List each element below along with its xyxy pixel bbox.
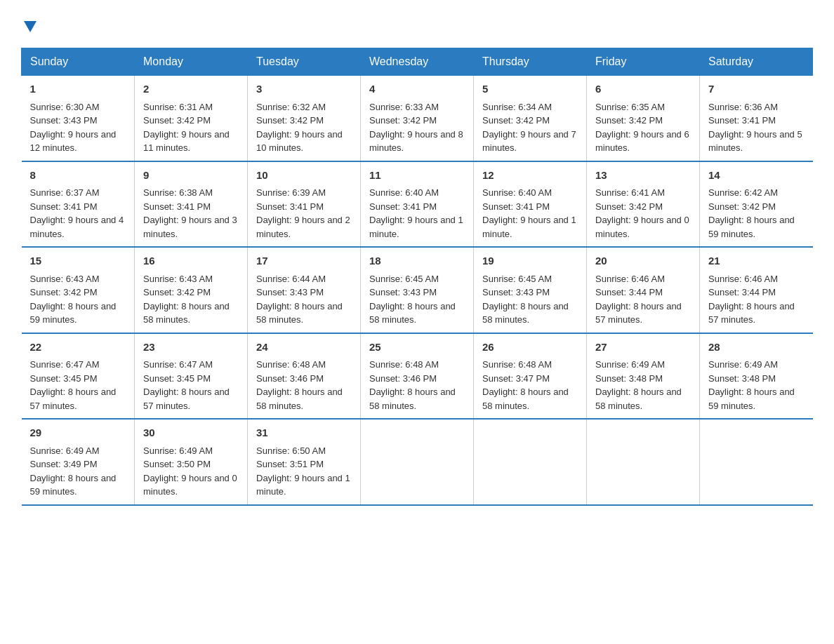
- calendar-cell-4-7: 28Sunrise: 6:49 AMSunset: 3:48 PMDayligh…: [700, 333, 813, 420]
- day-info: Sunrise: 6:45 AMSunset: 3:43 PMDaylight:…: [482, 272, 578, 327]
- day-number: 26: [482, 340, 578, 356]
- day-number: 20: [595, 253, 691, 269]
- day-info: Sunrise: 6:36 AMSunset: 3:41 PMDaylight:…: [708, 100, 805, 155]
- calendar-cell-2-6: 13Sunrise: 6:41 AMSunset: 3:42 PMDayligh…: [587, 161, 700, 248]
- day-info: Sunrise: 6:46 AMSunset: 3:44 PMDaylight:…: [595, 272, 691, 327]
- day-number: 21: [708, 253, 805, 269]
- day-info: Sunrise: 6:48 AMSunset: 3:46 PMDaylight:…: [256, 358, 352, 412]
- day-number: 5: [482, 81, 578, 98]
- page-header: [21, 21, 813, 34]
- day-info: Sunrise: 6:49 AMSunset: 3:49 PMDaylight:…: [30, 444, 126, 499]
- day-info: Sunrise: 6:38 AMSunset: 3:41 PMDaylight:…: [143, 186, 239, 241]
- calendar-cell-3-7: 21Sunrise: 6:46 AMSunset: 3:44 PMDayligh…: [700, 247, 813, 333]
- day-number: 4: [369, 81, 465, 98]
- day-number: 23: [143, 340, 239, 356]
- calendar-cell-4-3: 24Sunrise: 6:48 AMSunset: 3:46 PMDayligh…: [248, 333, 361, 420]
- day-info: Sunrise: 6:47 AMSunset: 3:45 PMDaylight:…: [143, 358, 239, 412]
- day-info: Sunrise: 6:39 AMSunset: 3:41 PMDaylight:…: [256, 186, 352, 241]
- day-info: Sunrise: 6:33 AMSunset: 3:42 PMDaylight:…: [369, 100, 465, 155]
- day-number: 14: [708, 168, 805, 184]
- calendar-cell-4-6: 27Sunrise: 6:49 AMSunset: 3:48 PMDayligh…: [587, 333, 700, 420]
- day-info: Sunrise: 6:48 AMSunset: 3:46 PMDaylight:…: [369, 358, 465, 412]
- day-number: 25: [369, 340, 465, 356]
- calendar-cell-1-4: 4Sunrise: 6:33 AMSunset: 3:42 PMDaylight…: [361, 76, 474, 161]
- calendar-cell-5-1: 29Sunrise: 6:49 AMSunset: 3:49 PMDayligh…: [22, 419, 135, 505]
- calendar-cell-5-6: [587, 419, 700, 505]
- day-info: Sunrise: 6:43 AMSunset: 3:42 PMDaylight:…: [143, 272, 239, 327]
- calendar-cell-2-1: 8Sunrise: 6:37 AMSunset: 3:41 PMDaylight…: [22, 161, 135, 248]
- calendar-cell-3-2: 16Sunrise: 6:43 AMSunset: 3:42 PMDayligh…: [135, 247, 248, 333]
- day-info: Sunrise: 6:50 AMSunset: 3:51 PMDaylight:…: [256, 444, 352, 499]
- day-number: 1: [30, 81, 126, 98]
- calendar-table: SundayMondayTuesdayWednesdayThursdayFrid…: [21, 48, 813, 506]
- day-info: Sunrise: 6:47 AMSunset: 3:45 PMDaylight:…: [30, 358, 126, 412]
- day-info: Sunrise: 6:49 AMSunset: 3:48 PMDaylight:…: [595, 358, 691, 412]
- day-number: 16: [143, 253, 239, 269]
- day-info: Sunrise: 6:35 AMSunset: 3:42 PMDaylight:…: [595, 100, 691, 155]
- weekday-header-thursday: Thursday: [474, 48, 587, 76]
- calendar-cell-3-6: 20Sunrise: 6:46 AMSunset: 3:44 PMDayligh…: [587, 247, 700, 333]
- calendar-cell-5-2: 30Sunrise: 6:49 AMSunset: 3:50 PMDayligh…: [135, 419, 248, 505]
- calendar-cell-4-2: 23Sunrise: 6:47 AMSunset: 3:45 PMDayligh…: [135, 333, 248, 420]
- calendar-cell-3-4: 18Sunrise: 6:45 AMSunset: 3:43 PMDayligh…: [361, 247, 474, 333]
- day-info: Sunrise: 6:32 AMSunset: 3:42 PMDaylight:…: [256, 100, 352, 155]
- day-number: 17: [256, 253, 352, 269]
- calendar-cell-1-6: 6Sunrise: 6:35 AMSunset: 3:42 PMDaylight…: [587, 76, 700, 161]
- day-info: Sunrise: 6:31 AMSunset: 3:42 PMDaylight:…: [143, 100, 239, 155]
- day-number: 7: [708, 81, 805, 98]
- calendar-cell-1-3: 3Sunrise: 6:32 AMSunset: 3:42 PMDaylight…: [248, 76, 361, 161]
- calendar-cell-2-2: 9Sunrise: 6:38 AMSunset: 3:41 PMDaylight…: [135, 161, 248, 248]
- calendar-header-row: SundayMondayTuesdayWednesdayThursdayFrid…: [22, 48, 813, 76]
- day-number: 31: [256, 425, 352, 441]
- calendar-cell-2-5: 12Sunrise: 6:40 AMSunset: 3:41 PMDayligh…: [474, 161, 587, 248]
- calendar-cell-2-3: 10Sunrise: 6:39 AMSunset: 3:41 PMDayligh…: [248, 161, 361, 248]
- day-number: 12: [482, 168, 578, 184]
- logo-triangle-icon: [22, 18, 38, 34]
- calendar-cell-1-5: 5Sunrise: 6:34 AMSunset: 3:42 PMDaylight…: [474, 76, 587, 161]
- day-number: 29: [30, 425, 126, 441]
- day-info: Sunrise: 6:42 AMSunset: 3:42 PMDaylight:…: [708, 186, 805, 241]
- day-number: 27: [595, 340, 691, 356]
- calendar-cell-3-3: 17Sunrise: 6:44 AMSunset: 3:43 PMDayligh…: [248, 247, 361, 333]
- calendar-cell-4-5: 26Sunrise: 6:48 AMSunset: 3:47 PMDayligh…: [474, 333, 587, 420]
- calendar-week-4: 22Sunrise: 6:47 AMSunset: 3:45 PMDayligh…: [22, 333, 813, 420]
- day-info: Sunrise: 6:30 AMSunset: 3:43 PMDaylight:…: [30, 100, 126, 155]
- weekday-header-wednesday: Wednesday: [361, 48, 474, 76]
- calendar-cell-4-1: 22Sunrise: 6:47 AMSunset: 3:45 PMDayligh…: [22, 333, 135, 420]
- day-number: 3: [256, 81, 352, 98]
- day-info: Sunrise: 6:34 AMSunset: 3:42 PMDaylight:…: [482, 100, 578, 155]
- calendar-cell-5-4: [361, 419, 474, 505]
- day-number: 22: [30, 340, 126, 356]
- weekday-header-monday: Monday: [135, 48, 248, 76]
- weekday-header-sunday: Sunday: [22, 48, 135, 76]
- day-info: Sunrise: 6:40 AMSunset: 3:41 PMDaylight:…: [369, 186, 465, 241]
- calendar-cell-1-2: 2Sunrise: 6:31 AMSunset: 3:42 PMDaylight…: [135, 76, 248, 161]
- day-number: 15: [30, 253, 126, 269]
- weekday-header-tuesday: Tuesday: [248, 48, 361, 76]
- day-number: 6: [595, 81, 691, 98]
- calendar-week-3: 15Sunrise: 6:43 AMSunset: 3:42 PMDayligh…: [22, 247, 813, 333]
- calendar-cell-2-7: 14Sunrise: 6:42 AMSunset: 3:42 PMDayligh…: [700, 161, 813, 248]
- day-number: 18: [369, 253, 465, 269]
- day-info: Sunrise: 6:37 AMSunset: 3:41 PMDaylight:…: [30, 186, 126, 241]
- day-number: 9: [143, 168, 239, 184]
- logo: [21, 21, 38, 34]
- day-number: 13: [595, 168, 691, 184]
- day-info: Sunrise: 6:46 AMSunset: 3:44 PMDaylight:…: [708, 272, 805, 327]
- day-number: 2: [143, 81, 239, 98]
- day-number: 8: [30, 168, 126, 184]
- day-info: Sunrise: 6:41 AMSunset: 3:42 PMDaylight:…: [595, 186, 691, 241]
- calendar-week-1: 1Sunrise: 6:30 AMSunset: 3:43 PMDaylight…: [22, 76, 813, 161]
- day-number: 11: [369, 168, 465, 184]
- day-info: Sunrise: 6:44 AMSunset: 3:43 PMDaylight:…: [256, 272, 352, 327]
- calendar-cell-5-3: 31Sunrise: 6:50 AMSunset: 3:51 PMDayligh…: [248, 419, 361, 505]
- calendar-cell-1-1: 1Sunrise: 6:30 AMSunset: 3:43 PMDaylight…: [22, 76, 135, 161]
- calendar-cell-3-1: 15Sunrise: 6:43 AMSunset: 3:42 PMDayligh…: [22, 247, 135, 333]
- day-info: Sunrise: 6:48 AMSunset: 3:47 PMDaylight:…: [482, 358, 578, 412]
- day-info: Sunrise: 6:40 AMSunset: 3:41 PMDaylight:…: [482, 186, 578, 241]
- day-number: 24: [256, 340, 352, 356]
- svg-marker-0: [24, 21, 37, 32]
- calendar-week-5: 29Sunrise: 6:49 AMSunset: 3:49 PMDayligh…: [22, 419, 813, 505]
- calendar-cell-5-7: [700, 419, 813, 505]
- calendar-cell-5-5: [474, 419, 587, 505]
